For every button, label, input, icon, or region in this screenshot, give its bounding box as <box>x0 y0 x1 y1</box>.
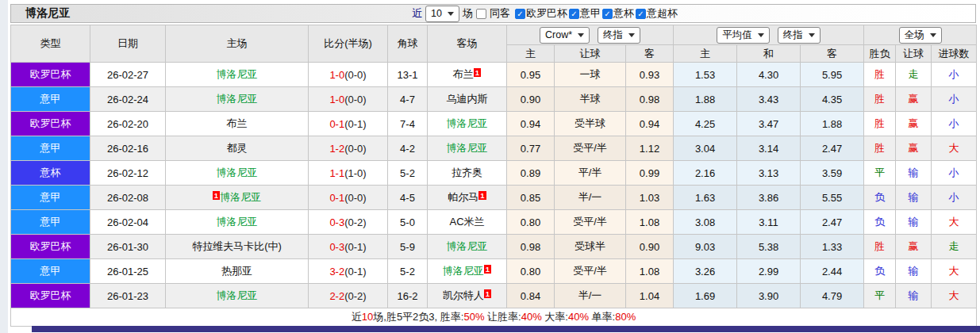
average-final-select[interactable]: 终指 <box>778 27 821 44</box>
handicap-home-odds: 0.80 <box>507 210 555 235</box>
chevron-down-icon <box>578 33 584 37</box>
league-checkbox[interactable]: ✓ <box>515 9 525 19</box>
team-name: 博洛尼亚 <box>217 216 258 228</box>
avg-home-odds: 2.16 <box>674 161 737 186</box>
team-name: 博洛尼亚 <box>447 142 488 154</box>
score-cell: 1-2(0-0) <box>309 136 388 161</box>
avg-away-odds: 5.55 <box>801 186 864 210</box>
handicap-result-cell: 赢 <box>896 136 932 161</box>
handicap-home-odds: 0.80 <box>507 259 555 284</box>
match-count-badge: 1 <box>484 265 491 274</box>
page-left-margin <box>0 0 8 333</box>
match-row: 欧罗巴杯26-01-30特拉维夫马卡比(中)0-3(0-1)5-9博洛尼亚0.9… <box>11 235 977 259</box>
date-cell: 26-02-04 <box>90 210 166 235</box>
bookmaker-select[interactable]: Crow* <box>540 27 590 44</box>
handicap-away-odds: 0.99 <box>626 161 674 186</box>
score-cell: 1-0(0-0) <box>309 87 388 112</box>
sub-header-avg-draw: 和 <box>737 45 801 63</box>
goals-result-cell: 小 <box>932 63 977 87</box>
near-label: 近 <box>412 6 422 21</box>
league-checkbox-label: 意杯 <box>613 6 634 21</box>
sub-header-avg-away: 客 <box>801 45 864 63</box>
score-cell: 0-1(0-1) <box>309 112 388 136</box>
avg-away-odds: 2.47 <box>801 136 864 161</box>
team-name: 热那亚 <box>221 265 252 277</box>
handicap-group-header: Crow* 终指 <box>507 25 674 45</box>
team-name: 博洛尼亚 <box>447 117 488 129</box>
avg-draw-odds: 2.99 <box>737 259 801 284</box>
goals-result-cell: 大 <box>932 259 977 284</box>
score-cell: 1-1(1-0) <box>309 161 388 186</box>
result-cell: 平 <box>864 161 896 186</box>
team-name: 博洛尼亚 <box>443 265 484 277</box>
chevron-down-icon <box>448 12 454 16</box>
summary-row: 近10场,胜5平2负3, 胜率:50% 让胜率:40% 大率:40% 单率:80… <box>11 308 977 327</box>
handicap-away-odds: 1.08 <box>626 210 674 235</box>
handicap-home-odds: 0.89 <box>507 161 555 186</box>
match-row: 意甲26-01-25热那亚3-2(0-1)5-2博洛尼亚10.80受平/半1.0… <box>11 259 977 284</box>
col-header-away: 客场 <box>428 25 507 63</box>
sub-header-handicap-line: 让球 <box>555 45 626 63</box>
col-header-home: 主场 <box>166 25 309 63</box>
recent-count-select[interactable]: 10 <box>425 6 459 22</box>
league-cell: 欧罗巴杯 <box>11 112 90 136</box>
league-checkbox[interactable]: ✓ <box>636 9 646 19</box>
handicap-away-odds: 1.12 <box>626 136 674 161</box>
match-row: 欧罗巴杯26-02-20布兰0-1(0-1)7-4博洛尼亚0.94受半球0.94… <box>11 112 977 136</box>
handicap-result-cell: 输 <box>896 161 932 186</box>
sub-header-goals: 进球数 <box>932 45 977 63</box>
avg-draw-odds: 4.30 <box>737 63 801 87</box>
handicap-away-odds: 1.03 <box>626 186 674 210</box>
avg-home-odds: 9.03 <box>674 235 737 259</box>
section-divider-bar <box>32 326 980 332</box>
team-name: 博洛尼亚 <box>217 93 258 105</box>
handicap-away-odds: 0.98 <box>626 87 674 112</box>
result-cell: 负 <box>864 186 896 210</box>
same-away-checkbox[interactable] <box>476 9 486 19</box>
score-cell: 1-0(0-0) <box>309 63 388 87</box>
handicap-result-cell: 输 <box>896 210 932 235</box>
match-count-badge: 1 <box>478 191 486 200</box>
team-name: 拉齐奥 <box>452 166 482 178</box>
handicap-result-cell: 赢 <box>896 112 932 136</box>
average-select[interactable]: 平均值 <box>717 27 770 44</box>
corner-cell: 13-1 <box>388 63 428 87</box>
home-team-cell: 热那亚 <box>166 259 309 284</box>
league-checkbox-label: 意甲 <box>580 6 601 21</box>
corner-cell: 4-7 <box>388 87 428 112</box>
handicap-away-odds: 1.04 <box>626 284 674 308</box>
home-team-cell: 博洛尼亚 <box>166 161 309 186</box>
league-checkbox-label: 意超杯 <box>647 6 678 21</box>
handicap-away-odds: 0.93 <box>626 63 674 87</box>
handicap-final-select-value: 终指 <box>603 29 623 42</box>
date-cell: 26-02-24 <box>90 87 166 112</box>
col-header-date: 日期 <box>90 25 166 63</box>
away-team-cell: 帕尔马1 <box>428 186 507 210</box>
result-cell: 胜 <box>864 112 896 136</box>
date-cell: 26-02-16 <box>90 136 166 161</box>
avg-home-odds: 3.04 <box>674 136 737 161</box>
corner-cell: 5-2 <box>388 259 428 284</box>
avg-away-odds: 2.47 <box>801 210 864 235</box>
avg-away-odds: 4.79 <box>801 284 864 308</box>
handicap-final-select[interactable]: 终指 <box>598 27 640 44</box>
match-count-badge: 1 <box>484 289 491 298</box>
team-name: 布兰 <box>227 117 248 129</box>
avg-away-odds: 3.59 <box>801 161 864 186</box>
home-team-cell: 博洛尼亚 <box>166 284 309 308</box>
league-checkbox[interactable]: ✓ <box>602 9 613 19</box>
match-row: 意甲26-02-16都灵1-2(0-0)4-2博洛尼亚0.77受平/半1.123… <box>11 136 977 161</box>
handicap-result-cell: 输 <box>896 186 932 210</box>
handicap-home-odds: 0.77 <box>507 136 555 161</box>
goals-result-cell: 小 <box>932 112 977 136</box>
scope-select[interactable]: 全场 <box>899 27 942 44</box>
corner-cell: 5-0 <box>388 210 428 235</box>
league-cell: 欧罗巴杯 <box>11 63 90 87</box>
result-cell: 负 <box>864 259 896 284</box>
team-name: 帕尔马 <box>448 191 478 203</box>
league-cell: 意甲 <box>11 87 90 112</box>
avg-home-odds: 1.53 <box>674 63 737 87</box>
team-name: 凯尔特人 <box>443 289 484 301</box>
league-checkbox[interactable]: ✓ <box>569 9 579 19</box>
league-cell: 意杯 <box>11 161 90 186</box>
